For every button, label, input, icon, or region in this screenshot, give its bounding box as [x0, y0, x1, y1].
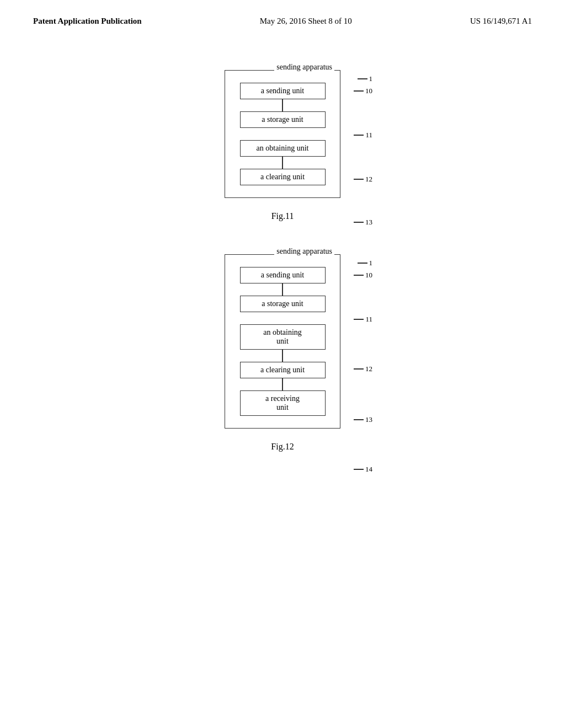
fig11-obtaining-unit-box: an obtaining unit [240, 140, 326, 157]
fig12-label: Fig.12 [271, 442, 294, 452]
fig11-outer-box: sending apparatus a sending unit a stora… [225, 70, 340, 198]
date-sheet-label: May 26, 2016 Sheet 8 of 10 [260, 17, 352, 25]
page-header: Patent Application Publication May 26, 2… [0, 0, 565, 37]
fig11-clearing-unit-box: a clearing unit [240, 169, 326, 185]
fig12-diagram-container: sending apparatus a sending unit a stora… [225, 254, 340, 429]
fig12-outer-label: sending apparatus [274, 247, 334, 256]
fig12-label-11: 11 [354, 315, 372, 324]
header-center: May 26, 2016 Sheet 8 of 10 [260, 17, 352, 26]
fig12-sending-unit-box: a sending unit [240, 267, 326, 283]
fig12-connector-1 [282, 283, 283, 296]
fig11-label-11: 11 [354, 131, 372, 140]
fig12-outer-box: sending apparatus a sending unit a stora… [225, 254, 340, 429]
fig12-label-14: 14 [354, 465, 372, 474]
fig11-section: sending apparatus a sending unit a stora… [225, 70, 340, 221]
fig12-receiving-unit-box: a receivingunit [240, 390, 326, 416]
fig12-storage-unit-box: a storage unit [240, 296, 326, 312]
fig12-label-13: 13 [354, 415, 372, 424]
fig12-label-1: 1 [358, 259, 373, 267]
fig11-connector-2 [282, 157, 283, 169]
fig11-label: Fig.11 [271, 211, 294, 221]
fig12-section: sending apparatus a sending unit a stora… [225, 254, 340, 452]
publication-label: Patent Application Publication [33, 17, 142, 25]
fig11-connector-1 [282, 99, 283, 111]
fig11-label-12: 12 [354, 175, 372, 184]
fig11-storage-unit-box: a storage unit [240, 111, 326, 128]
fig11-label-13: 13 [354, 218, 372, 227]
fig12-obtaining-unit-box: an obtainingunit [240, 324, 326, 350]
header-left: Patent Application Publication [33, 17, 142, 26]
fig12-label-10: 10 [354, 271, 372, 280]
fig12-clearing-unit-box: a clearing unit [240, 362, 326, 378]
fig11-label-10: 10 [354, 87, 372, 95]
fig11-label-1: 1 [358, 74, 373, 83]
fig12-label-12: 12 [354, 365, 372, 373]
fig11-diagram-container: sending apparatus a sending unit a stora… [225, 70, 340, 198]
fig12-connector-3 [282, 378, 283, 390]
fig11-sending-unit-box: a sending unit [240, 83, 326, 99]
header-right: US 16/149,671 A1 [470, 17, 532, 26]
fig12-connector-2 [282, 350, 283, 362]
main-content: sending apparatus a sending unit a stora… [0, 37, 565, 452]
fig11-outer-label: sending apparatus [274, 63, 334, 72]
patent-number-label: US 16/149,671 A1 [470, 17, 532, 25]
